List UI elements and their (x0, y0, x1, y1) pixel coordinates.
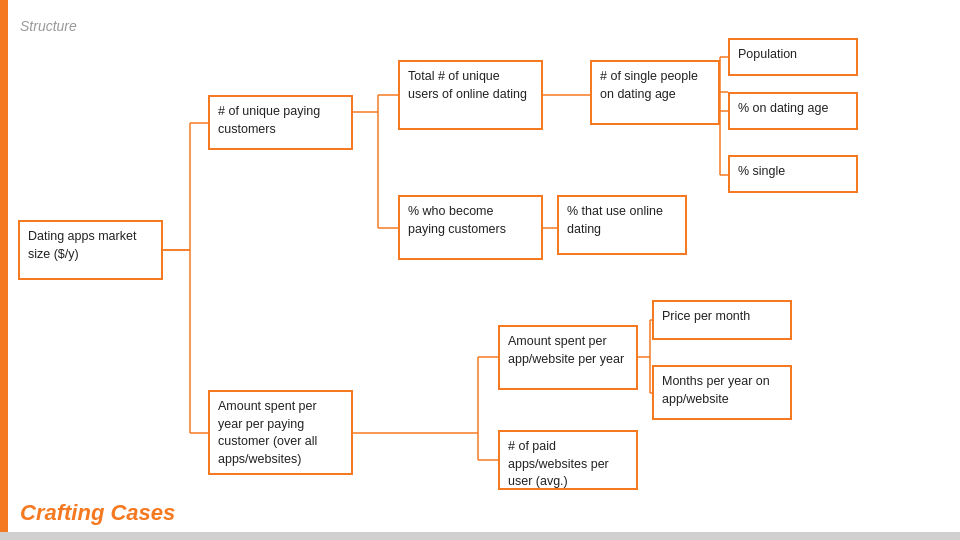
left-border (0, 0, 8, 540)
node-single-people: # of single people on dating age (590, 60, 720, 125)
node-pct-dating-age: % on dating age (728, 92, 858, 130)
node-unique-paying: # of unique paying customers (208, 95, 353, 150)
node-amount-per-app: Amount spent per app/website per year (498, 325, 638, 390)
page-container: Structure (0, 0, 960, 540)
node-total-unique-users: Total # of unique users of online dating (398, 60, 543, 130)
node-pct-single: % single (728, 155, 858, 193)
node-months-per-year: Months per year on app/website (652, 365, 792, 420)
node-amount-spent: Amount spent per year per paying custome… (208, 390, 353, 475)
structure-label: Structure (20, 18, 77, 34)
node-root: Dating apps market size ($/y) (18, 220, 163, 280)
node-population: Population (728, 38, 858, 76)
bottom-bar (0, 532, 960, 540)
node-num-paid-apps: # of paid apps/websites per user (avg.) (498, 430, 638, 490)
branding-label: Crafting Cases (20, 500, 175, 526)
node-price-per-month: Price per month (652, 300, 792, 340)
node-pct-paying: % who become paying customers (398, 195, 543, 260)
node-pct-online-dating: % that use online dating (557, 195, 687, 255)
